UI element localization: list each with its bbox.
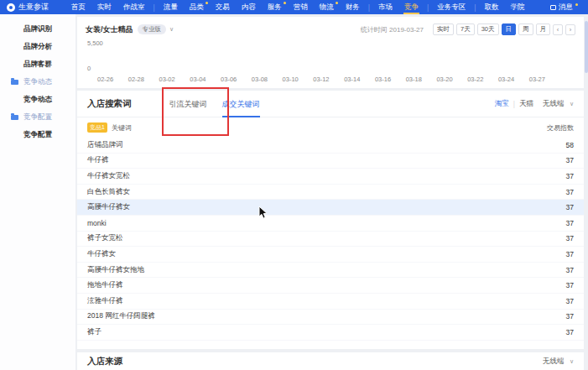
nav-item-服务[interactable]: 服务 [262,0,288,14]
pro-version-badge: 专业版 [138,24,167,34]
x-axis-tick: 03-27 [529,76,545,83]
competitor-badge: 竞品1 [87,122,107,133]
prev-button[interactable]: ‹ [553,24,563,35]
folder-icon [11,80,18,85]
keyword-cell: 店铺品牌词 [87,140,123,150]
sidebar-item-竞争动态[interactable]: 竞争动态 [0,91,75,108]
keyword-cell: 裤子 [87,327,101,337]
y-axis-max-label: 5,500 [87,39,103,47]
platform-switch: 淘宝|天猫 [495,99,533,109]
value-cell: 37 [566,297,574,305]
table-row[interactable]: 2018 网红牛仔阔腿裤37 [77,310,584,326]
sidebar-item-竞争配置[interactable]: 竞争配置 [0,126,75,143]
nav-item-实时[interactable]: 实时 [91,0,117,14]
table-row[interactable]: 牛仔裤37 [77,154,584,169]
date-range-group: 实时7天30天日周月 [430,23,550,35]
nav-menu: 首页实时作战室|流量品类交易内容服务营销物流财务|市场竞争|业务专区|取数学院 [65,0,530,14]
nav-item-竞争[interactable]: 竞争 [398,0,424,14]
scrollbar-thumb[interactable] [585,21,588,73]
keyword-cell: 牛仔裤 [87,155,109,165]
value-cell: 37 [566,328,574,336]
x-axis-tick: 03-22 [467,76,483,83]
table-row[interactable]: 裤子女宽松37 [77,232,584,248]
keyword-cell: 泫雅牛仔裤 [87,296,123,306]
stat-time: 统计时间 2019-03-27 [361,25,424,34]
value-cell: 37 [566,188,574,196]
nav-item-流量[interactable]: 流量 [158,0,184,14]
keyword-tabs: 引流关键词成交关键词 [169,91,260,117]
sidebar-item-品牌客群[interactable]: 品牌客群 [0,55,75,73]
range-button-日[interactable]: 日 [502,23,517,35]
nav-item-财务[interactable]: 财务 [340,0,366,14]
sidebar-item-竞争动态[interactable]: 竞争动态 [0,73,75,91]
x-axis-tick: 02-26 [97,76,113,83]
keyword-cell: 拖地牛仔裤 [87,280,123,290]
nav-item-作战室[interactable]: 作战室 [117,0,151,14]
search-words-card: 入店搜索词 引流关键词成交关键词 淘宝|天猫 无线端 ∨ 竞品1 关键词 交易指… [77,91,584,349]
nav-item-首页[interactable]: 首页 [65,0,91,14]
nav-divider: | [471,3,478,12]
stat-time-value: 2019-03-27 [389,26,424,34]
trend-chart: 5,500 0 02-2602-2803-0203-0403-0603-0803… [86,37,575,84]
range-button-实时[interactable]: 实时 [433,23,454,35]
sidebar-item-竞争配置[interactable]: 竞争配置 [0,108,75,126]
tab-引流关键词[interactable]: 引流关键词 [169,91,207,117]
keyword-cell: 牛仔裤女 [87,249,116,259]
range-button-月[interactable]: 月 [536,23,551,35]
keyword-cell: 高腰牛仔裤女拖地 [87,265,144,275]
filters: 淘宝|天猫 无线端 ∨ [495,99,574,109]
sidebar-item-品牌识别[interactable]: 品牌识别 [0,20,75,38]
range-button-30天[interactable]: 30天 [477,23,499,35]
nav-item-业务专区[interactable]: 业务专区 [431,0,471,14]
table-row[interactable]: 裤子37 [77,325,584,341]
table-row[interactable]: 泫雅牛仔裤37 [77,294,584,310]
terminal-filter[interactable]: 无线端 ∨ [543,99,574,109]
nav-item-交易[interactable]: 交易 [210,0,236,14]
value-cell: 37 [566,281,574,289]
table-row[interactable]: 白色长筒裤女37 [77,185,584,201]
range-button-7天[interactable]: 7天 [456,23,475,35]
value-cell: 37 [566,312,574,320]
table-row[interactable]: monki37 [77,216,584,232]
chevron-down-icon: ∨ [570,358,574,364]
chevron-down-icon: ∨ [570,101,574,107]
top-navigation: 生意参谋 首页实时作战室|流量品类交易内容服务营销物流财务|市场竞争|业务专区|… [0,0,588,14]
nav-item-取数[interactable]: 取数 [478,0,504,14]
store-source-card: 入店来源 无线端 ∨ [77,352,584,370]
range-button-周[interactable]: 周 [518,23,533,35]
chevron-down-icon[interactable]: ∨ [169,26,174,33]
nav-item-营销[interactable]: 营销 [288,0,314,14]
notification-dot [336,2,338,4]
x-axis-tick: 03-20 [436,76,452,83]
brand[interactable]: 生意参谋 [7,2,49,13]
value-cell: 37 [566,156,574,164]
nav-item-学院[interactable]: 学院 [504,0,530,14]
platform-淘宝[interactable]: 淘宝 [495,99,509,109]
table-row[interactable]: 高腰牛仔裤女拖地37 [77,263,584,279]
folder-icon [11,115,18,120]
platform-天猫[interactable]: 天猫 [519,99,533,109]
nav-item-物流[interactable]: 物流 [314,0,340,14]
nav-item-品类[interactable]: 品类 [184,0,210,14]
message-center[interactable]: 消息 [550,3,581,13]
keyword-column-header: 关键词 [112,123,132,133]
table-row[interactable]: 店铺品牌词58 [77,138,584,154]
table-row[interactable]: 高腰牛仔裤女37 [77,200,584,216]
nav-item-市场[interactable]: 市场 [372,0,398,14]
keyword-cell: 白色长筒裤女 [87,187,130,197]
table-row[interactable]: 牛仔裤女37 [77,247,584,263]
table-row[interactable]: 牛仔裤女宽松37 [77,169,584,185]
x-axis-tick: 03-16 [375,76,391,83]
value-cell: 37 [566,172,574,180]
next-button[interactable]: › [565,24,575,35]
nav-item-内容[interactable]: 内容 [236,0,262,14]
nav-divider: | [151,3,158,12]
source-terminal-filter[interactable]: 无线端 ∨ [543,357,574,367]
x-axis-tick: 03-24 [498,76,514,83]
tab-成交关键词[interactable]: 成交关键词 [222,91,260,117]
nav-divider: | [424,3,431,12]
stat-time-label: 统计时间 [361,26,388,34]
message-label: 消息 [559,3,573,13]
sidebar-item-品牌分析[interactable]: 品牌分析 [0,38,75,55]
table-row[interactable]: 拖地牛仔裤37 [77,278,584,294]
